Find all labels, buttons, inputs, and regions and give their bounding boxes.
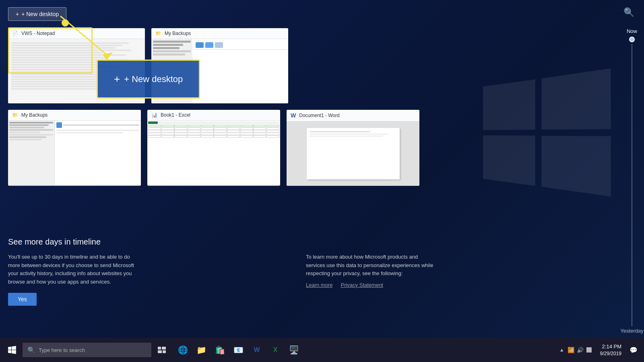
info-title: See more days in timeline	[8, 237, 588, 247]
system-tray: ▲ 📶 🔊 ⬜ 2:14 PM 9/29/2019 💬	[559, 341, 641, 359]
taskbar-app-edge[interactable]: 🌐	[174, 341, 192, 359]
store-icon: 🛍️	[215, 345, 225, 355]
explorer-main	[192, 39, 288, 103]
main-content: 📄 VWS - Notepad	[0, 28, 620, 338]
new-desktop-label: + New desktop	[21, 11, 59, 17]
backups-top-icon: 📁	[155, 31, 161, 36]
taskbar-app-management[interactable]: 🖥️	[285, 341, 303, 359]
word-icon: W	[291, 112, 296, 119]
svg-rect-3	[162, 347, 166, 350]
tray-chevron-icon[interactable]: ▲	[559, 347, 564, 353]
info-col1-text: You'll see up to 30 days in timeline and…	[8, 253, 137, 286]
window-thumb-excel[interactable]: 📊 Book1 - Excel	[147, 110, 280, 186]
learn-more-link[interactable]: Learn more	[306, 282, 332, 288]
explorer-icon: 📁	[196, 345, 206, 355]
battery-icon[interactable]: ⬜	[586, 347, 592, 353]
timeline-sidebar: Now Yesterday	[620, 0, 644, 338]
big-plus-icon: +	[114, 73, 120, 85]
plus-icon: +	[16, 11, 19, 17]
timeline-now-label: Now	[627, 28, 637, 34]
taskbar: 🔍 Type here to search 🌐 📁 🛍️ 📧 W	[0, 338, 644, 362]
timeline-yesterday-label: Yesterday	[620, 328, 643, 334]
taskbar-app-store[interactable]: 🛍️	[211, 341, 229, 359]
edge-icon: 🌐	[178, 345, 188, 355]
taskbar-search-text: Type here to search	[39, 347, 85, 353]
excel-header: 📊 Book1 - Excel	[147, 110, 280, 121]
info-links: Learn more Privacy Statement	[306, 282, 588, 288]
taskbar-search-icon: 🔍	[27, 346, 35, 354]
backups-bottom-icon: 📁	[12, 112, 18, 118]
taskbar-app-explorer[interactable]: 📁	[192, 341, 210, 359]
top-bar: + + New desktop	[0, 0, 644, 28]
clock[interactable]: 2:14 PM 9/29/2019	[599, 343, 623, 357]
clock-date: 9/29/2019	[600, 350, 621, 357]
svg-rect-2	[158, 347, 161, 350]
privacy-statement-link[interactable]: Privacy Statement	[341, 282, 383, 288]
excel-taskbar-icon: X	[273, 346, 278, 354]
mail-icon: 📧	[233, 345, 244, 355]
clock-time: 2:14 PM	[600, 343, 621, 350]
word-taskbar-icon: W	[254, 346, 260, 354]
notepad-icon: 📄	[12, 31, 18, 36]
word-body	[287, 121, 419, 186]
management-icon: 🖥️	[289, 345, 299, 355]
taskbar-app-mail[interactable]: 📧	[229, 341, 247, 359]
word-header: W Document1 - Word	[287, 110, 419, 121]
volume-icon[interactable]: 🔊	[577, 347, 584, 353]
new-desktop-big-overlay[interactable]: + + New desktop	[97, 60, 200, 99]
backups-bottom-body	[8, 121, 141, 185]
taskbar-search-bar[interactable]: 🔍 Type here to search	[23, 343, 151, 357]
timeline-line	[632, 44, 632, 326]
info-col2-text: To learn more about how Microsoft produc…	[306, 253, 435, 278]
backups-bottom-title: My Backups	[21, 112, 47, 118]
window-thumb-backups-bottom[interactable]: 📁 My Backups	[8, 110, 141, 186]
info-section: See more days in timeline You'll see up …	[8, 237, 588, 306]
tray-icons: 📶 🔊 ⬜	[568, 347, 592, 353]
notification-icon: 💬	[630, 346, 638, 354]
network-icon[interactable]: 📶	[568, 347, 574, 353]
timeline-dot-now	[629, 37, 635, 42]
taskbar-app-word[interactable]: W	[248, 341, 266, 359]
info-col-2: To learn more about how Microsoft produc…	[306, 253, 588, 306]
info-col-1: You'll see up to 30 days in timeline and…	[8, 253, 290, 306]
notepad-title: VWS - Notepad	[21, 31, 55, 36]
window-thumb-word[interactable]: W Document1 - Word	[287, 110, 419, 186]
big-new-desktop-label: + New desktop	[124, 74, 183, 84]
word-page	[307, 128, 400, 179]
new-desktop-button[interactable]: + + New desktop	[8, 7, 66, 21]
info-columns: You'll see up to 30 days in timeline and…	[8, 253, 588, 306]
backups-top-title: My Backups	[165, 31, 191, 36]
svg-rect-4	[158, 350, 162, 353]
bottom-window-row: 📁 My Backups	[8, 110, 612, 186]
start-button[interactable]	[3, 341, 21, 359]
excel-body	[147, 121, 280, 185]
word-title: Document1 - Word	[299, 113, 339, 118]
backups-top-header: 📁 My Backups	[151, 28, 288, 39]
task-view-button[interactable]	[153, 341, 171, 359]
taskbar-app-excel[interactable]: X	[266, 341, 284, 359]
yes-button[interactable]: Yes	[8, 293, 37, 306]
notification-button[interactable]: 💬	[626, 341, 641, 359]
taskbar-apps: 🌐 📁 🛍️ 📧 W X 🖥️	[174, 341, 303, 359]
excel-title: Book1 - Excel	[161, 112, 190, 118]
excel-icon: 📊	[151, 112, 157, 118]
svg-rect-5	[163, 350, 166, 353]
notepad-header: 📄 VWS - Notepad	[8, 28, 145, 39]
backups-bottom-header: 📁 My Backups	[8, 110, 141, 121]
annotation-dot	[62, 19, 69, 27]
